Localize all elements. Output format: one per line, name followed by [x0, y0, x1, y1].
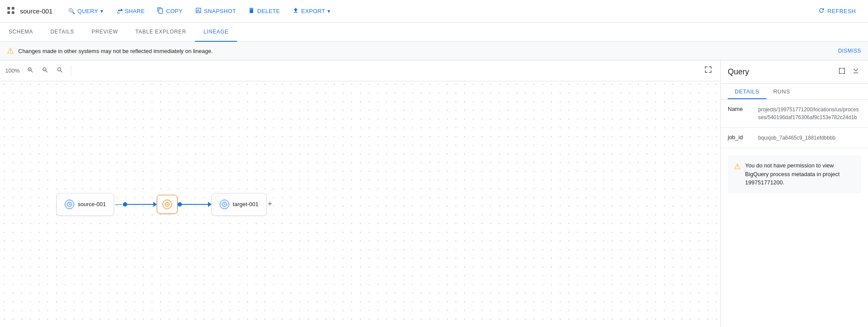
source-minus: —	[115, 200, 122, 208]
target-plus[interactable]: +	[267, 200, 272, 209]
zoom-level: 100%	[5, 67, 20, 74]
panel-tab-runs[interactable]: RUNS	[766, 84, 797, 99]
tab-details[interactable]: DETAILS	[42, 23, 83, 42]
dismiss-button[interactable]: DISMISS	[838, 48, 861, 54]
zoom-reset-button[interactable]	[54, 65, 66, 77]
warning-text: Changes made in other systems may not be…	[18, 48, 213, 54]
connector-arrow-2	[208, 202, 211, 207]
svg-rect-0	[7, 7, 10, 10]
connector-1	[123, 202, 157, 207]
share-icon	[116, 7, 122, 15]
query-button[interactable]: 🔍 QUERY ▾	[63, 5, 109, 17]
panel-header: Query	[721, 60, 868, 84]
tab-lineage[interactable]: LINEAGE	[195, 23, 238, 42]
main-area: 100% so	[0, 60, 868, 327]
topbar: source-001 🔍 QUERY ▾ SHARE COPY SNAPSHOT…	[0, 0, 868, 23]
snapshot-icon	[195, 7, 202, 15]
zoom-out-button[interactable]	[40, 65, 51, 77]
copy-icon	[157, 7, 164, 15]
permission-warning-text: You do not have permission to view BigQu…	[745, 161, 855, 187]
detail-name-label: Name	[728, 106, 758, 112]
page-title: source-001	[20, 7, 53, 15]
process-node[interactable]	[157, 195, 178, 214]
tab-preview[interactable]: PREVIEW	[83, 23, 127, 42]
panel-collapse-button[interactable]	[851, 66, 861, 78]
snapshot-button[interactable]: SNAPSHOT	[190, 4, 241, 18]
query-icon: 🔍	[68, 8, 75, 14]
canvas-area: 100% so	[0, 60, 720, 327]
query-arrow-icon: ▾	[100, 8, 103, 14]
tab-schema[interactable]: SCHEMA	[0, 23, 42, 42]
tab-table-explorer[interactable]: TABLE EXPLORER	[127, 23, 195, 42]
panel-tab-details[interactable]: DETAILS	[728, 84, 766, 99]
permission-warning-icon: ⚠	[734, 162, 741, 171]
warning-icon: ⚠	[7, 46, 14, 56]
connector-arrow-1	[153, 202, 157, 207]
canvas-toolbar: 100%	[0, 60, 720, 81]
permission-warning: ⚠ You do not have permission to view Big…	[728, 155, 861, 193]
connector-line-2	[182, 204, 208, 205]
panel-body: Name projects/199751771200/locations/us/…	[721, 100, 868, 327]
source-node-label: source-001	[78, 201, 106, 207]
fit-screen-button[interactable]	[701, 64, 715, 77]
svg-rect-3	[12, 11, 14, 14]
warning-left: ⚠ Changes made in other systems may not …	[7, 46, 213, 56]
right-panel: Query DETAILS RUNS Name projects/1997517…	[720, 60, 868, 327]
panel-split-button[interactable]	[837, 66, 847, 78]
delete-button[interactable]: DELETE	[243, 4, 285, 18]
source-node[interactable]: source-001	[56, 193, 114, 216]
connector-dot-1	[123, 202, 127, 207]
export-icon	[292, 7, 299, 15]
export-arrow-icon: ▾	[327, 8, 330, 14]
tabs-bar: SCHEMA DETAILS PREVIEW TABLE EXPLORER LI…	[0, 23, 868, 42]
delete-icon	[248, 7, 255, 15]
export-button[interactable]: EXPORT ▾	[287, 4, 336, 18]
connector-dot-2	[178, 202, 182, 207]
detail-name-value: projects/199751771200/locations/us/proce…	[758, 106, 861, 121]
detail-job-id-value: bquxjob_7a6465c9_1881efdbbbb	[758, 134, 835, 142]
target-node-icon	[220, 200, 229, 209]
panel-title: Query	[728, 67, 749, 77]
detail-row-job-id: job_id bquxjob_7a6465c9_1881efdbbbb	[721, 128, 868, 148]
canvas-content: source-001 —	[0, 80, 720, 327]
svg-rect-1	[12, 7, 14, 10]
grid-icon	[7, 7, 15, 16]
copy-button[interactable]: COPY	[152, 4, 188, 18]
panel-header-icons	[837, 66, 861, 78]
target-node[interactable]: target-001	[211, 193, 267, 216]
target-node-label: target-001	[233, 201, 258, 207]
detail-job-id-label: job_id	[728, 134, 758, 140]
source-node-icon	[65, 200, 74, 209]
svg-rect-2	[7, 11, 10, 14]
share-button[interactable]: SHARE	[110, 4, 150, 18]
zoom-in-button[interactable]	[25, 65, 36, 77]
lineage-container: source-001 —	[56, 193, 273, 216]
process-node-icon	[162, 200, 172, 209]
connector-2	[178, 202, 211, 207]
warning-banner: ⚠ Changes made in other systems may not …	[0, 42, 868, 60]
detail-row-name: Name projects/199751771200/locations/us/…	[721, 100, 868, 128]
toolbar-divider	[71, 66, 71, 76]
connector-line-1	[127, 204, 153, 205]
refresh-button[interactable]: REFRESH	[813, 4, 861, 18]
panel-tabs: DETAILS RUNS	[721, 84, 868, 100]
refresh-icon	[818, 7, 825, 15]
